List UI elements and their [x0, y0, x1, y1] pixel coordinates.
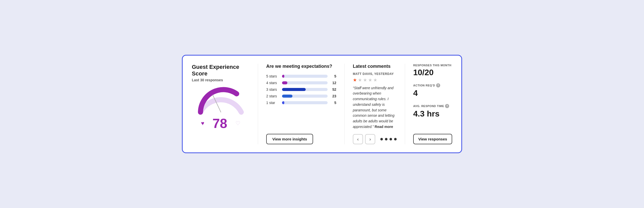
- view-responses-button[interactable]: View responses: [413, 134, 452, 144]
- comment-text: “Staff were unfriendly and overbearing w…: [353, 85, 397, 130]
- next-icon: ›: [369, 137, 371, 142]
- rating-label: 4 stars: [266, 81, 279, 85]
- rating-row: 2 stars 23: [266, 94, 336, 98]
- score-display: ♥ 78 ♡: [192, 116, 250, 131]
- bar-track: [282, 88, 328, 91]
- ratings-title: Are we meeting expectations?: [266, 64, 336, 69]
- bar-fill: [282, 88, 306, 91]
- score-title: Guest Experience Score: [192, 64, 250, 77]
- bar-track: [282, 81, 328, 84]
- bar-fill: [282, 101, 284, 104]
- rating-count: 12: [330, 81, 336, 85]
- rating-row: 5 stars 5: [266, 74, 336, 78]
- guest-experience-card: Guest Experience Score Last 30 responses…: [182, 55, 462, 153]
- rating-row: 3 stars 52: [266, 87, 336, 92]
- pagination-dot: [390, 138, 392, 140]
- responses-value: 10/20: [413, 68, 456, 77]
- pagination-dot: [380, 138, 383, 140]
- bar-track: [282, 95, 328, 98]
- score-section: Guest Experience Score Last 30 responses…: [192, 64, 258, 145]
- rating-label: 2 stars: [266, 94, 279, 98]
- pagination-dots: [380, 138, 397, 140]
- respond-label: AVG. RESPOND TIME ?: [413, 104, 456, 108]
- comments-title: Latest comments: [353, 64, 397, 69]
- pagination-dot: [385, 138, 387, 140]
- pagination-dot: [394, 138, 397, 140]
- rating-row: 1 star 5: [266, 101, 336, 105]
- rating-label: 1 star: [266, 101, 279, 105]
- gauge: [195, 84, 246, 115]
- heart-left-icon: ♥: [201, 120, 204, 127]
- ratings-section: Are we meeting expectations? 5 stars 5 4…: [258, 64, 345, 145]
- comment-navigation: ‹ ›: [353, 134, 397, 144]
- score-value: 78: [212, 116, 227, 131]
- action-value: 4: [413, 88, 456, 98]
- prev-icon: ‹: [357, 137, 359, 142]
- prev-comment-button[interactable]: ‹: [353, 134, 363, 144]
- action-help-icon[interactable]: ?: [436, 83, 440, 87]
- star-icon: ★: [353, 77, 357, 83]
- star-icon: ★: [363, 77, 367, 83]
- view-more-insights-button[interactable]: View more insights: [266, 134, 313, 144]
- stats-section: RESPONSES THIS MONTH 10/20 ACTION REQ’D …: [405, 64, 456, 145]
- rating-label: 3 stars: [266, 87, 279, 92]
- score-subtitle: Last 30 responses: [192, 78, 250, 82]
- action-label: ACTION REQ’D ?: [413, 83, 456, 87]
- bar-fill: [282, 75, 284, 78]
- bar-track: [282, 101, 328, 104]
- action-stat: ACTION REQ’D ? 4: [413, 83, 456, 98]
- rating-row: 4 stars 12: [266, 81, 336, 85]
- heart-right-icon: ♡: [235, 120, 240, 127]
- responses-label: RESPONSES THIS MONTH: [413, 64, 456, 67]
- rating-count: 5: [330, 101, 336, 105]
- respond-value: 4.3 hrs: [413, 109, 456, 119]
- comment-stars: ★★★★★: [353, 77, 397, 83]
- rating-rows: 5 stars 5 4 stars 12 3 stars 52 2 stars …: [266, 74, 336, 129]
- star-icon: ★: [358, 77, 362, 83]
- responses-stat: RESPONSES THIS MONTH 10/20: [413, 64, 456, 77]
- read-more-link[interactable]: Read more: [375, 125, 393, 129]
- star-icon: ★: [373, 77, 377, 83]
- comment-author: MATT DAVIS, YESTERDAY: [353, 72, 397, 76]
- rating-count: 52: [330, 87, 336, 92]
- comment-body: “Staff were unfriendly and overbearing w…: [353, 86, 394, 129]
- respond-time-stat: AVG. RESPOND TIME ? 4.3 hrs: [413, 104, 456, 119]
- star-icon: ★: [368, 77, 372, 83]
- bar-track: [282, 75, 328, 78]
- bar-fill: [282, 81, 287, 84]
- rating-label: 5 stars: [266, 74, 279, 78]
- comments-section: Latest comments MATT DAVIS, YESTERDAY ★★…: [345, 64, 405, 145]
- rating-count: 23: [330, 94, 336, 98]
- bar-fill: [282, 95, 292, 98]
- next-comment-button[interactable]: ›: [365, 134, 375, 144]
- respond-help-icon[interactable]: ?: [445, 104, 449, 108]
- rating-count: 5: [330, 74, 336, 78]
